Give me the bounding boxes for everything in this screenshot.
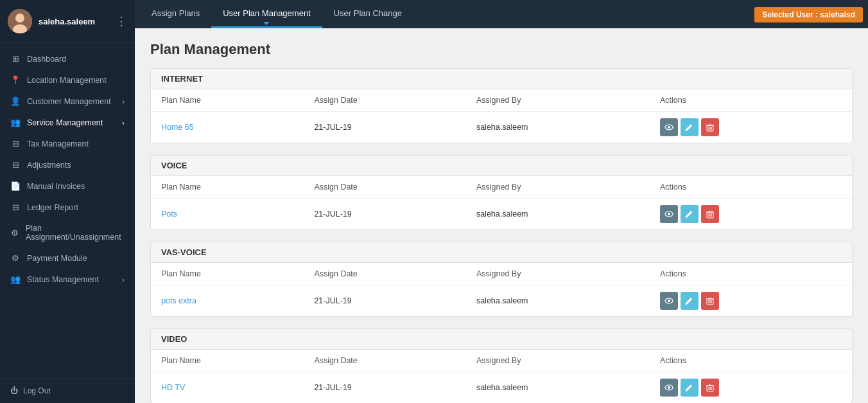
svg-point-4 [668, 126, 670, 129]
sidebar-item-dashboard[interactable]: ⊞ Dashboard [0, 48, 135, 69]
nav-label: Dashboard [27, 55, 66, 64]
tabs-right: Selected User : salehaIsd [754, 10, 863, 19]
plan-table-voice: Plan NameAssign DateAssigned ByActionsPo… [151, 176, 852, 229]
sidebar-item-tax-management[interactable]: ⊟ Tax Management [0, 133, 135, 154]
plan-name-cell: Home 65 [151, 112, 304, 143]
col-header-assigned-by: Assigned By [466, 350, 650, 372]
edit-button[interactable] [681, 292, 699, 310]
sidebar-item-adjustments[interactable]: ⊟ Adjustments [0, 154, 135, 175]
edit-button[interactable] [681, 118, 699, 136]
col-header-plan-name: Plan Name [151, 89, 304, 112]
service-management-icon: 👥 [10, 118, 21, 127]
sidebar-item-ledger-report[interactable]: ⊟ Ledger Report [0, 197, 135, 218]
section-video: VIDEOPlan NameAssign DateAssigned ByActi… [150, 328, 853, 403]
col-header-assign-date: Assign Date [304, 176, 466, 199]
page-title: Plan Management [150, 41, 853, 58]
view-button[interactable] [660, 205, 678, 223]
payment-module-icon: ⚙ [10, 253, 21, 263]
sidebar-item-plan-assignment[interactable]: ⚙ Plan Assignment/Unassignment [0, 218, 135, 247]
plan-name-cell: Pots [151, 199, 304, 230]
logout-label: Log Out [23, 386, 51, 395]
location-management-icon: 📍 [10, 75, 21, 85]
view-button[interactable] [660, 118, 678, 136]
sidebar-item-status-management[interactable]: 👥 Status Management › [0, 269, 135, 290]
adjustments-icon: ⊟ [10, 160, 21, 170]
actions-cell [650, 112, 852, 143]
plan-name-link[interactable]: Pots [161, 210, 177, 219]
sidebar-header: saleha.saleem ⋮ [0, 0, 135, 43]
view-button[interactable] [660, 292, 678, 310]
edit-button[interactable] [681, 379, 699, 397]
col-header-plan-name: Plan Name [151, 350, 304, 372]
delete-button[interactable] [701, 205, 719, 223]
actions-cell [650, 199, 852, 230]
nav-arrow-icon: › [122, 276, 125, 283]
col-header-plan-name: Plan Name [151, 263, 304, 285]
delete-button[interactable] [701, 292, 719, 310]
sidebar-item-manual-invoices[interactable]: 📄 Manual Invoices [0, 175, 135, 197]
section-header-internet: INTERNET [151, 69, 852, 89]
action-buttons [660, 379, 842, 397]
ledger-report-icon: ⊟ [10, 202, 21, 212]
assign-date-cell: 21-JUL-19 [304, 372, 466, 404]
section-internet: INTERNETPlan NameAssign DateAssigned ByA… [150, 68, 853, 143]
sidebar-nav: ⊞ Dashboard 📍 Location Management 👤 Cust… [0, 43, 135, 378]
col-header-plan-name: Plan Name [151, 176, 304, 199]
nav-label: Plan Assignment/Unassignment [26, 224, 125, 242]
logout-icon: ⏻ [10, 386, 18, 395]
plan-table-internet: Plan NameAssign DateAssigned ByActionsHo… [151, 89, 852, 143]
tab-assign-plans[interactable]: Assign Plans [140, 0, 211, 28]
plan-name-link[interactable]: pots extra [161, 296, 196, 305]
sidebar-item-payment-module[interactable]: ⚙ Payment Module [0, 247, 135, 269]
logout-button[interactable]: ⏻ Log Out [0, 378, 135, 403]
sidebar-username: saleha.saleem [39, 17, 95, 26]
svg-point-1 [15, 13, 24, 22]
delete-button[interactable] [701, 118, 719, 136]
plan-name-link[interactable]: HD TV [161, 383, 185, 392]
sidebar-item-customer-management[interactable]: 👤 Customer Management › [0, 91, 135, 112]
nav-label: Tax Management [27, 139, 89, 148]
selected-user-badge: Selected User : salehaIsd [754, 7, 863, 22]
delete-button[interactable] [701, 379, 719, 397]
nav-label: Customer Management [27, 97, 111, 106]
section-header-video: VIDEO [151, 329, 852, 350]
tab-user-plan-management[interactable]: User Plan Management [211, 0, 322, 28]
col-header-assigned-by: Assigned By [466, 263, 650, 285]
nav-label: Manual Invoices [27, 182, 85, 191]
status-management-icon: 👥 [10, 274, 21, 284]
col-header-actions: Actions [650, 350, 852, 372]
col-header-assign-date: Assign Date [304, 89, 466, 112]
tabs-bar: Assign PlansUser Plan ManagementUser Pla… [135, 0, 868, 28]
action-buttons [660, 205, 842, 223]
svg-point-18 [668, 300, 670, 302]
assign-date-cell: 21-JUL-19 [304, 199, 466, 230]
plan-table-vas-voice: Plan NameAssign DateAssigned ByActionspo… [151, 263, 852, 316]
nav-label: Ledger Report [27, 203, 78, 212]
plan-name-link[interactable]: Home 65 [161, 123, 194, 132]
col-header-assign-date: Assign Date [304, 350, 466, 372]
nav-label: Payment Module [27, 254, 87, 263]
nav-arrow-icon: › [122, 119, 125, 127]
table-row: Pots21-JUL-19saleha.saleem [151, 199, 852, 230]
table-row: Home 6521-JUL-19saleha.saleem [151, 112, 852, 143]
plan-name-cell: pots extra [151, 285, 304, 317]
content-area: Plan Management INTERNETPlan NameAssign … [135, 28, 868, 403]
edit-button[interactable] [681, 205, 699, 223]
table-row: pots extra21-JUL-19saleha.saleem [151, 285, 852, 317]
action-buttons [660, 118, 842, 136]
assign-date-cell: 21-JUL-19 [304, 285, 466, 317]
sidebar-dots-icon[interactable]: ⋮ [116, 14, 127, 28]
assigned-by-cell: saleha.saleem [466, 199, 650, 230]
section-voice: VOICEPlan NameAssign DateAssigned ByActi… [150, 155, 853, 230]
sidebar-item-location-management[interactable]: 📍 Location Management [0, 69, 135, 91]
svg-point-11 [668, 213, 670, 215]
section-header-vas-voice: VAS-VOICE [151, 242, 852, 263]
sidebar-item-service-management[interactable]: 👥 Service Management › [0, 112, 135, 133]
view-button[interactable] [660, 379, 678, 397]
assigned-by-cell: saleha.saleem [466, 372, 650, 404]
tax-management-icon: ⊟ [10, 139, 21, 148]
assign-date-cell: 21-JUL-19 [304, 112, 466, 143]
section-vas-voice: VAS-VOICEPlan NameAssign DateAssigned By… [150, 242, 853, 317]
tab-user-plan-change[interactable]: User Plan Change [322, 0, 413, 28]
col-header-assigned-by: Assigned By [466, 176, 650, 199]
